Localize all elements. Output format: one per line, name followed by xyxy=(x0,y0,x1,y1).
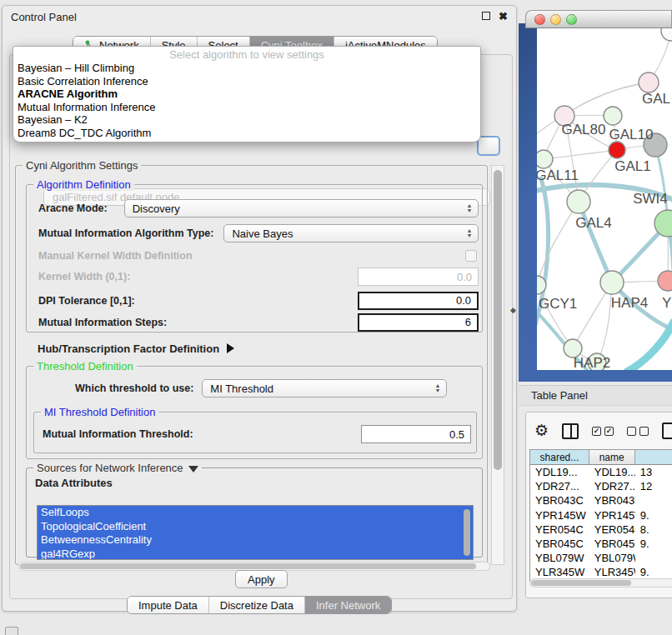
which-threshold-label: Which threshold to use: xyxy=(75,382,193,394)
table-cell: YER054C xyxy=(589,523,635,536)
expand-arrow-icon xyxy=(227,343,234,353)
attribute-list-item[interactable]: SelfLoops xyxy=(38,506,473,520)
mi-threshold-label: Mutual Information Threshold: xyxy=(43,428,193,440)
network-node-gal1[interactable] xyxy=(609,142,625,158)
mi-steps-field[interactable]: 6 xyxy=(358,313,479,332)
table-row[interactable]: YPR145WYPR145W9. xyxy=(530,508,672,522)
new-table-icon[interactable] xyxy=(662,422,672,439)
network-node-gal4[interactable] xyxy=(567,190,590,213)
edge xyxy=(579,202,612,282)
network-node-gal[interactable] xyxy=(639,72,659,92)
node-label: GAL10 xyxy=(609,127,654,142)
table-row[interactable]: YBL079WYBL079W xyxy=(530,551,672,565)
network-window-titlebar[interactable] xyxy=(525,10,672,28)
apply-button[interactable]: Apply xyxy=(235,570,288,588)
mi-threshold-group: MI Threshold Definition Mutual Informati… xyxy=(33,412,477,453)
mi-algorithm-type-combobox[interactable]: Naive Bayes ▲▼ xyxy=(223,224,479,242)
kernel-width-field[interactable]: 0.0 xyxy=(358,268,479,286)
attribute-list-item[interactable]: BetweennessCentrality xyxy=(38,533,473,548)
settings-vertical-scrollbar[interactable] xyxy=(491,165,504,565)
network-node-gal11[interactable] xyxy=(537,150,553,168)
table-cell: YDL19... xyxy=(589,466,635,478)
algorithm-menu-item[interactable]: Mutual Information Inference xyxy=(13,101,480,114)
zoom-window-icon[interactable] xyxy=(566,14,577,25)
network-node-hap4[interactable] xyxy=(600,271,624,294)
table-cell: YBR045C xyxy=(530,538,589,550)
collapsed-panel-icon[interactable] xyxy=(5,627,18,635)
table-row[interactable]: YDL19...YDL19...13 xyxy=(530,465,672,479)
panel-title: Control Panel xyxy=(11,11,474,23)
dpi-tolerance-field[interactable]: 0.0 xyxy=(358,292,479,310)
cyni-bottom-tabbar: Impute DataDiscretize DataInfer Network xyxy=(127,596,392,614)
aracne-mode-combobox[interactable]: Discovery ▲▼ xyxy=(124,199,479,218)
cyni-algorithm-settings-group: Cyni Algorithm Settings Algorithm Defini… xyxy=(15,165,488,565)
close-window-icon[interactable] xyxy=(534,14,545,25)
algorithm-combobox-edge[interactable] xyxy=(477,136,500,156)
show-columns-icon[interactable] xyxy=(562,423,579,439)
tab-infer-network[interactable]: Infer Network xyxy=(304,597,391,613)
sources-toggle[interactable]: Sources for Network Inference xyxy=(33,462,202,474)
table-cell: YDR27... xyxy=(530,480,589,492)
table-row[interactable]: YER054CYER054C8. xyxy=(530,522,672,537)
float-window-icon[interactable] xyxy=(482,12,490,22)
algorithm-menu-item[interactable]: Bayesian – Hill Climbing xyxy=(13,62,480,75)
column-header[interactable]: name xyxy=(589,450,635,465)
gear-icon[interactable]: ⚙ xyxy=(534,422,549,439)
table-row[interactable]: YLR345WYLR345W9. xyxy=(530,565,672,579)
close-icon[interactable]: ✖ xyxy=(499,12,508,22)
table-cell: YER054C xyxy=(530,523,589,536)
data-attributes-list[interactable]: SelfLoopsTopologicalCoefficientBetweenne… xyxy=(37,505,474,560)
network-node-gal10[interactable] xyxy=(604,107,622,125)
table-row[interactable]: YDR27...YDR27...12 xyxy=(530,479,672,493)
minimize-window-icon[interactable] xyxy=(550,14,561,25)
algorithm-menu-item[interactable]: ARACNE Algorithm xyxy=(13,88,480,101)
table-cell: YBR043C xyxy=(589,494,635,507)
table-row[interactable]: YBR043CYBR043C xyxy=(530,493,672,508)
scrollbar-thumb[interactable] xyxy=(20,563,476,569)
mi-threshold-value: 0.5 xyxy=(449,428,464,441)
algorithm-menu-item[interactable]: Dream8 DC_TDC Algorithm xyxy=(13,127,480,140)
mi-threshold-field[interactable]: 0.5 xyxy=(361,425,471,443)
control-panel-titlebar: Control Panel ✖ xyxy=(3,6,516,28)
which-threshold-value: MI Threshold xyxy=(210,382,273,395)
table-cell: 13 xyxy=(635,466,672,478)
node-attribute-table[interactable]: shared...name YDL19...YDL19...13YDR27...… xyxy=(529,449,672,582)
manual-kernel-checkbox[interactable] xyxy=(465,250,477,262)
hub-definition-label: Hub/Transcription Factor Definition xyxy=(38,342,219,355)
node-label: GCY1 xyxy=(539,296,577,312)
deselect-all-columns-icon[interactable] xyxy=(627,427,649,436)
tab-impute-data[interactable]: Impute Data xyxy=(128,597,208,613)
checked-checkbox-icon: ✓ xyxy=(592,427,601,436)
algorithm-menu-item[interactable]: Basic Correlation Inference xyxy=(13,75,480,88)
table-cell: 8. xyxy=(635,523,672,536)
scrollbar-thumb[interactable] xyxy=(531,580,631,586)
attribute-list-item[interactable]: TopologicalCoefficient xyxy=(38,520,473,534)
hub-definition-toggle[interactable]: Hub/Transcription Factor Definition xyxy=(38,341,234,356)
scrollbar-thumb[interactable] xyxy=(494,170,502,470)
which-threshold-combobox[interactable]: MI Threshold ▲▼ xyxy=(202,379,447,398)
network-node[interactable] xyxy=(661,28,672,41)
table-horizontal-scrollbar[interactable] xyxy=(529,578,672,588)
edge xyxy=(627,322,672,370)
stepper-icon: ▲▼ xyxy=(464,225,474,242)
table-header-row: shared...name xyxy=(530,450,672,465)
network-view-canvas[interactable]: GALGAL80GAL10GAL1GAL11GAL4SWI4GCY1HAP4YH… xyxy=(537,28,672,370)
dpi-tolerance-value: 0.0 xyxy=(456,294,471,307)
attribute-list-item[interactable]: gal4RGexp xyxy=(38,548,473,561)
table-cell: YBR045C xyxy=(589,538,635,550)
node-label: SWI4 xyxy=(633,191,668,207)
algorithm-menu-item[interactable]: Bayesian – K2 xyxy=(13,113,480,127)
list-scrollbar[interactable] xyxy=(464,509,470,556)
column-header[interactable]: shared... xyxy=(530,450,589,465)
tab-discretize-data[interactable]: Discretize Data xyxy=(208,597,304,613)
column-header[interactable] xyxy=(635,450,672,465)
select-all-columns-icon[interactable]: ✓ ✓ xyxy=(592,427,614,436)
table-row[interactable]: YBR045CYBR045C9. xyxy=(530,537,672,551)
table-cell: YBL079W xyxy=(589,552,635,564)
network-node-y[interactable] xyxy=(658,271,672,291)
algorithm-definition-group: Algorithm Definition Aracne Mode: Discov… xyxy=(26,184,483,332)
manual-kernel-label: Manual Kernel Width Definition xyxy=(38,250,193,262)
table-cell: 9. xyxy=(635,566,672,578)
table-cell: 9. xyxy=(635,538,672,550)
table-cell: YBR043C xyxy=(530,494,589,507)
